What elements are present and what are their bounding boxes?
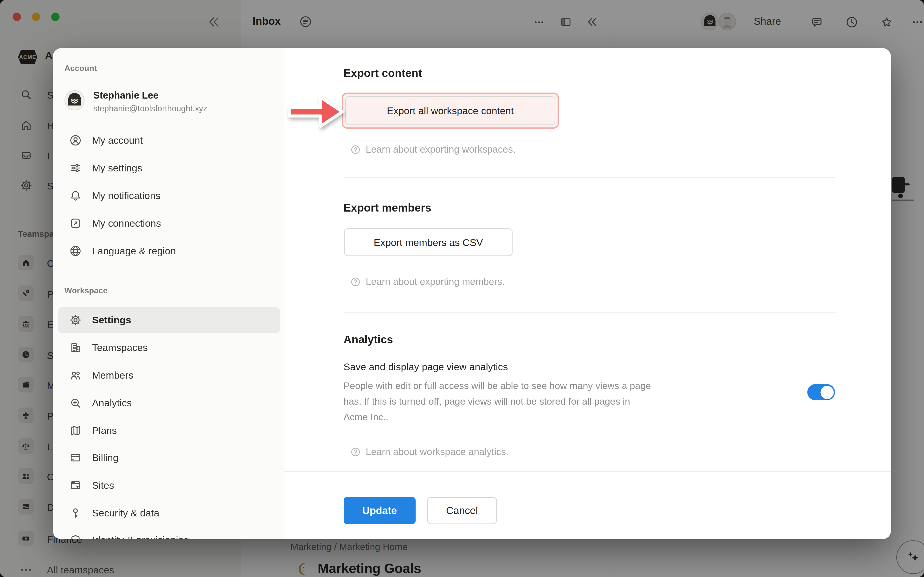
account-section-label: Account [65,64,97,73]
question-circle-icon [350,276,361,287]
notion-window: Inbox Share ACME A S H I S Teamspaces C … [0,0,924,577]
shield-icon [69,533,82,539]
sidebar-item-identity-provisioning[interactable]: Identity & provisioning [58,528,280,539]
arrow-out-icon [69,217,82,229]
export-workspaces-help-link[interactable]: Learn about exporting workspaces. [350,144,516,155]
export-members-heading: Export members [344,201,431,215]
sidebar-item-teamspaces[interactable]: Teamspaces [58,335,280,359]
red-arrow-annotation [287,94,345,130]
export-members-csv-button[interactable]: Export members as CSV [344,228,512,256]
credit-card-icon [69,451,82,464]
footer-divider [285,471,891,472]
sidebar-item-my-settings[interactable]: My settings [58,156,280,180]
magnifier-sparkle-icon [69,396,82,409]
building-icon [69,341,82,354]
sidebar-item-billing[interactable]: Billing [58,445,280,469]
sidebar-item-security-data[interactable]: Security & data [58,501,280,525]
export-content-heading: Export content [344,67,422,80]
settings-sidebar: Account Stephanie Lee stephanie@toolsfor… [53,48,285,539]
section-divider [344,177,836,178]
question-circle-icon [350,144,361,155]
cancel-button[interactable]: Cancel [427,497,497,524]
export-members-help-link[interactable]: Learn about exporting members. [350,276,505,287]
user-avatar [65,90,85,111]
analytics-setting-title: Save and display page view analytics [344,361,508,373]
browser-cursor-icon [69,479,82,492]
user-name: Stephanie Lee [94,90,207,101]
sidebar-item-sites[interactable]: Sites [58,473,280,497]
analytics-heading: Analytics [344,333,393,346]
section-divider [344,312,836,313]
workspace-analytics-help-link[interactable]: Learn about workspace analytics. [350,447,509,458]
sidebar-item-language-region[interactable]: Language & region [58,239,280,263]
desktop: Inbox Share ACME A S H I S Teamspaces C … [0,0,924,577]
members-icon [69,369,82,382]
globe-icon [69,244,82,257]
sliders-icon [69,161,82,174]
question-circle-icon [350,447,361,458]
gear-icon [69,314,82,327]
settings-modal: Account Stephanie Lee stephanie@toolsfor… [53,48,891,539]
sidebar-item-my-connections[interactable]: My connections [58,211,280,235]
analytics-toggle[interactable] [807,384,835,401]
key-icon [69,506,82,519]
map-icon [69,424,82,437]
sidebar-item-analytics[interactable]: Analytics [58,391,280,415]
toggle-knob [820,386,834,399]
settings-content: Export content Export all workspace cont… [285,48,891,539]
user-email: stephanie@toolsforthought.xyz [94,104,207,113]
export-all-workspace-content-button[interactable]: Export all workspace content [345,96,556,125]
sidebar-item-my-account[interactable]: My account [58,128,280,152]
account-user-row[interactable]: Stephanie Lee stephanie@toolsforthought.… [65,90,207,113]
update-button[interactable]: Update [344,497,416,524]
workspace-section-label: Workspace [65,286,108,295]
person-circle-icon [69,134,82,147]
export-highlight-box: Export all workspace content [342,93,559,129]
sidebar-item-my-notifications[interactable]: My notifications [58,184,280,208]
bell-icon [69,189,82,202]
sidebar-item-settings[interactable]: Settings [58,307,280,333]
sidebar-item-plans[interactable]: Plans [58,418,280,442]
analytics-description: People with edit or full access will be … [344,378,651,425]
sidebar-item-members[interactable]: Members [58,363,280,387]
